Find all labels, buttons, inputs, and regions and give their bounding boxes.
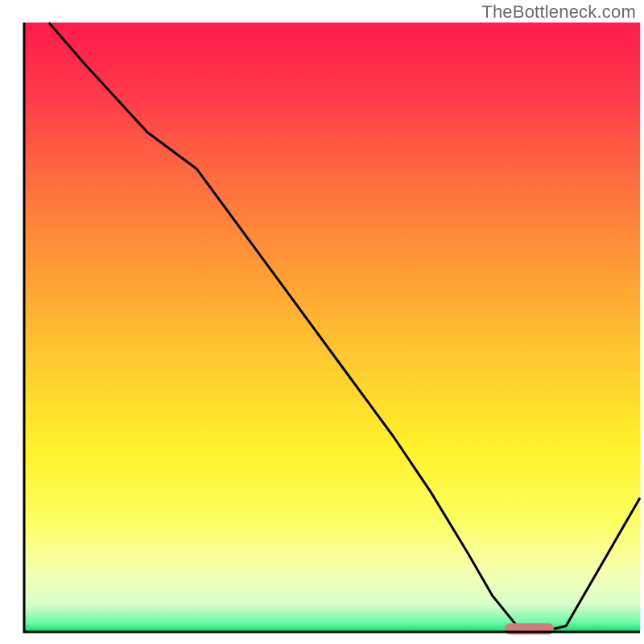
watermark-text: TheBottleneck.com <box>481 2 636 23</box>
bottleneck-chart <box>0 0 644 644</box>
chart-container: TheBottleneck.com <box>0 0 644 644</box>
gradient-background <box>24 23 640 632</box>
